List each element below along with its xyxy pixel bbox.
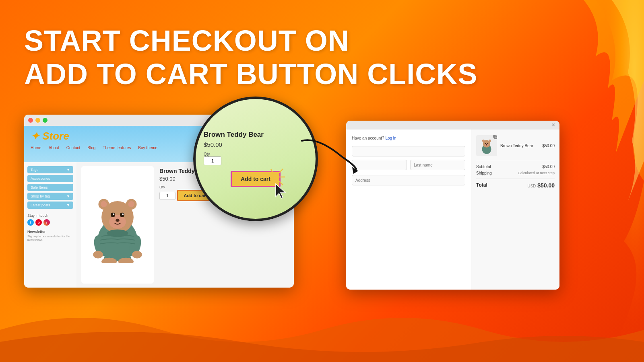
window-dot-red — [28, 118, 33, 123]
nav-about[interactable]: About — [49, 146, 59, 150]
wave-bottom — [0, 298, 644, 362]
nav-theme-features[interactable]: Theme features — [103, 146, 131, 150]
window-dot-green — [43, 118, 47, 123]
order-item-price: $50.00 — [542, 144, 555, 148]
checkout-body: Have an account? Log in — [346, 130, 559, 290]
sidebar-accessories[interactable]: Accessories — [27, 175, 73, 182]
first-name-input[interactable] — [352, 160, 407, 170]
shipping-value: Calculated at next step — [518, 171, 555, 175]
zoom-product-price: $50.00 — [204, 141, 222, 148]
pinterest-icon[interactable]: p — [35, 219, 42, 226]
svg-point-4 — [101, 201, 107, 207]
svg-point-36 — [487, 143, 488, 144]
checkout-titlebar: ✕ — [346, 121, 559, 130]
country-select[interactable] — [352, 146, 465, 156]
store-sidebar: Tags▼ Accessories Sale Items Shop by tag… — [24, 162, 76, 288]
nav-blog[interactable]: Blog — [87, 146, 95, 150]
sidebar-shop-by-tag[interactable]: Shop by tag▼ — [27, 193, 73, 200]
svg-point-7 — [111, 213, 115, 217]
stay-in-touch: Stay in touch t p i Newsletter Sign up t… — [27, 214, 73, 242]
sidebar-tags[interactable]: Tags▼ — [27, 166, 73, 173]
order-divider-2 — [476, 179, 555, 179]
newsletter-subtitle: Sign up to our newsletter for the latest… — [27, 234, 73, 242]
name-row — [352, 160, 465, 173]
subtotal-label: Subtotal — [476, 165, 491, 169]
heading-line1: START CHECKOUT ON — [24, 24, 477, 58]
total-currency: USD — [527, 184, 536, 188]
nav-buy-theme[interactable]: Buy theme! — [138, 146, 159, 150]
svg-point-37 — [486, 144, 487, 145]
zoom-circle: Brown Teddy Bear $50.00 Qty Add to cart — [193, 97, 318, 221]
order-item-name: Brown Teddy Bear — [500, 144, 533, 148]
sidebar-sale-items[interactable]: Sale Items — [27, 184, 73, 191]
shipping-row: Shipping Calculated at next step — [476, 171, 555, 175]
total-value: USD $50.00 — [527, 182, 555, 189]
svg-point-35 — [485, 143, 486, 144]
zoom-qty-input[interactable] — [204, 156, 221, 165]
order-item: 1 Brown Teddy Bear $50.00 — [476, 135, 555, 156]
social-icons: t p i — [27, 219, 73, 226]
order-divider — [476, 161, 555, 161]
nav-contact[interactable]: Contact — [66, 146, 80, 150]
svg-point-8 — [120, 213, 124, 217]
main-heading: START CHECKOUT ON ADD TO CART BUTTON CLI… — [24, 24, 477, 91]
have-account-text: Have an account? Log in — [352, 136, 465, 140]
svg-point-9 — [113, 214, 115, 215]
product-image-box — [81, 166, 154, 284]
svg-point-15 — [93, 251, 103, 259]
twitter-icon[interactable]: t — [27, 219, 34, 226]
order-summary: 1 Brown Teddy Bear $50.00 Subtotal $50.0… — [471, 130, 559, 290]
subtotal-row: Subtotal $50.00 — [476, 165, 555, 169]
zoom-product-title: Brown Teddy Bear — [204, 131, 264, 139]
checkout-browser-window: ✕ Have an account? Log in — [346, 121, 559, 290]
svg-point-5 — [128, 201, 134, 207]
teddy-bear-image — [85, 187, 150, 263]
checkout-close-icon[interactable]: ✕ — [551, 122, 555, 128]
cursor-icon — [274, 183, 289, 199]
svg-point-10 — [122, 214, 124, 215]
heading-line2: ADD TO CART BUTTON CLICKS — [24, 58, 477, 91]
zoom-qty-label: Qty — [204, 152, 210, 156]
zoom-add-to-cart-button[interactable]: Add to cart — [231, 171, 281, 187]
shipping-label: Shipping — [476, 171, 492, 175]
order-item-image: 1 — [476, 135, 497, 156]
svg-point-33 — [489, 140, 491, 142]
newsletter-title: Newsletter — [27, 230, 73, 234]
nav-home[interactable]: Home — [31, 146, 41, 150]
svg-point-6 — [109, 215, 126, 228]
order-bear-thumbnail — [478, 137, 495, 154]
sidebar-latest-posts[interactable]: Latest posts▼ — [27, 202, 73, 209]
login-link[interactable]: Log in — [385, 136, 396, 140]
svg-marker-26 — [276, 184, 285, 198]
svg-point-32 — [483, 140, 484, 142]
total-label: Total — [476, 182, 487, 189]
instagram-icon[interactable]: i — [43, 219, 50, 226]
svg-point-11 — [116, 219, 120, 222]
checkout-form: Have an account? Log in — [346, 130, 471, 290]
window-dot-yellow — [35, 118, 40, 123]
last-name-input[interactable] — [410, 160, 465, 170]
total-amount: $50.00 — [537, 182, 555, 189]
total-row: Total USD $50.00 — [476, 182, 555, 189]
svg-point-16 — [132, 251, 142, 259]
address-input[interactable] — [352, 175, 465, 185]
qty-input-small[interactable] — [159, 192, 175, 200]
subtotal-value: $50.00 — [542, 165, 555, 169]
